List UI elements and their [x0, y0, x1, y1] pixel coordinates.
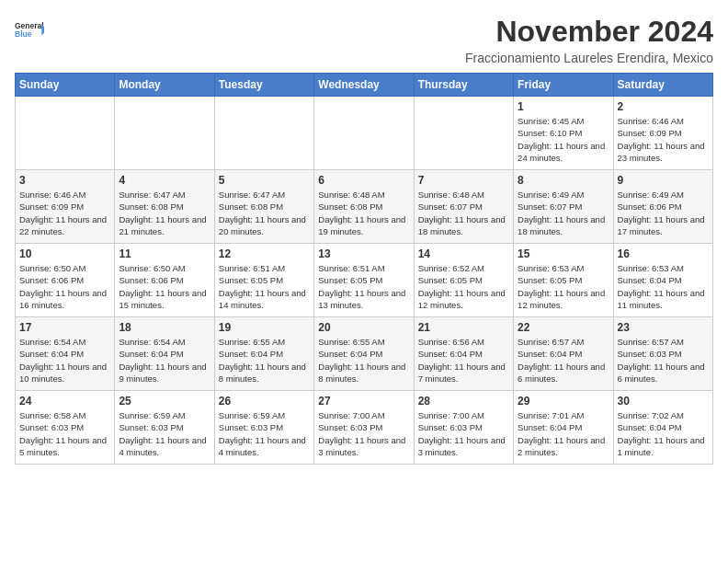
calendar-cell — [115, 97, 214, 170]
day-number: 27 — [318, 395, 409, 408]
weekday-header-thursday: Thursday — [414, 74, 513, 97]
weekday-header-friday: Friday — [514, 74, 613, 97]
calendar-cell — [314, 97, 414, 170]
day-number: 9 — [618, 174, 709, 187]
calendar-cell: 3Sunrise: 6:46 AM Sunset: 6:09 PM Daylig… — [16, 170, 115, 244]
day-info: Sunrise: 6:48 AM Sunset: 6:07 PM Dayligh… — [418, 189, 509, 237]
day-number: 23 — [618, 321, 709, 334]
calendar-cell: 6Sunrise: 6:48 AM Sunset: 6:08 PM Daylig… — [314, 170, 414, 244]
day-info: Sunrise: 6:46 AM Sunset: 6:09 PM Dayligh… — [19, 189, 110, 237]
day-info: Sunrise: 6:57 AM Sunset: 6:03 PM Dayligh… — [618, 336, 709, 385]
day-info: Sunrise: 6:47 AM Sunset: 6:08 PM Dayligh… — [119, 189, 210, 237]
calendar-cell: 20Sunrise: 6:55 AM Sunset: 6:04 PM Dayli… — [314, 317, 414, 391]
day-number: 19 — [219, 321, 310, 334]
day-info: Sunrise: 6:56 AM Sunset: 6:04 PM Dayligh… — [418, 336, 509, 385]
calendar-cell: 8Sunrise: 6:49 AM Sunset: 6:07 PM Daylig… — [514, 170, 613, 244]
calendar-cell: 13Sunrise: 6:51 AM Sunset: 6:05 PM Dayli… — [314, 244, 414, 317]
day-number: 8 — [518, 174, 609, 187]
calendar-cell: 18Sunrise: 6:54 AM Sunset: 6:04 PM Dayli… — [115, 317, 214, 391]
day-number: 16 — [618, 247, 709, 260]
location-subtitle: Fraccionamiento Laureles Erendira, Mexic… — [465, 51, 713, 65]
day-number: 2 — [618, 100, 709, 113]
month-title: November 2024 — [465, 15, 713, 49]
day-number: 14 — [418, 247, 509, 260]
weekday-header-saturday: Saturday — [613, 74, 712, 97]
calendar-cell: 15Sunrise: 6:53 AM Sunset: 6:05 PM Dayli… — [514, 244, 613, 317]
calendar-cell: 27Sunrise: 7:00 AM Sunset: 6:03 PM Dayli… — [314, 391, 414, 465]
day-number: 7 — [418, 174, 509, 187]
weekday-header-tuesday: Tuesday — [214, 74, 313, 97]
day-info: Sunrise: 6:53 AM Sunset: 6:05 PM Dayligh… — [518, 262, 609, 311]
calendar-cell: 25Sunrise: 6:59 AM Sunset: 6:03 PM Dayli… — [115, 391, 214, 465]
day-number: 24 — [19, 395, 110, 408]
day-number: 1 — [518, 100, 609, 113]
day-info: Sunrise: 6:52 AM Sunset: 6:05 PM Dayligh… — [418, 262, 509, 311]
day-info: Sunrise: 6:53 AM Sunset: 6:04 PM Dayligh… — [618, 262, 709, 311]
calendar-cell: 24Sunrise: 6:58 AM Sunset: 6:03 PM Dayli… — [16, 391, 115, 465]
calendar-cell: 23Sunrise: 6:57 AM Sunset: 6:03 PM Dayli… — [613, 317, 712, 391]
calendar-cell — [414, 97, 513, 170]
day-info: Sunrise: 7:00 AM Sunset: 6:03 PM Dayligh… — [418, 409, 509, 458]
calendar-cell: 1Sunrise: 6:45 AM Sunset: 6:10 PM Daylig… — [514, 97, 613, 170]
calendar-cell: 11Sunrise: 6:50 AM Sunset: 6:06 PM Dayli… — [115, 244, 214, 317]
logo-svg: General Blue — [15, 15, 44, 48]
day-number: 18 — [119, 321, 210, 334]
weekday-header-sunday: Sunday — [16, 74, 115, 97]
day-number: 13 — [318, 247, 409, 260]
day-number: 12 — [219, 247, 310, 260]
day-info: Sunrise: 6:49 AM Sunset: 6:06 PM Dayligh… — [618, 189, 709, 237]
calendar-cell: 2Sunrise: 6:46 AM Sunset: 6:09 PM Daylig… — [613, 97, 712, 170]
day-info: Sunrise: 6:50 AM Sunset: 6:06 PM Dayligh… — [119, 262, 210, 311]
day-number: 28 — [418, 395, 509, 408]
weekday-header-row: SundayMondayTuesdayWednesdayThursdayFrid… — [16, 74, 713, 97]
day-info: Sunrise: 6:54 AM Sunset: 6:04 PM Dayligh… — [119, 336, 210, 385]
week-row-3: 10Sunrise: 6:50 AM Sunset: 6:06 PM Dayli… — [16, 244, 713, 317]
day-info: Sunrise: 6:47 AM Sunset: 6:08 PM Dayligh… — [219, 189, 310, 237]
day-number: 26 — [219, 395, 310, 408]
title-area: November 2024 Fraccionamiento Laureles E… — [465, 15, 713, 65]
weekday-header-monday: Monday — [115, 74, 214, 97]
day-number: 4 — [119, 174, 210, 187]
day-number: 15 — [518, 247, 609, 260]
day-info: Sunrise: 7:00 AM Sunset: 6:03 PM Dayligh… — [318, 409, 409, 458]
week-row-2: 3Sunrise: 6:46 AM Sunset: 6:09 PM Daylig… — [16, 170, 713, 244]
calendar-cell: 4Sunrise: 6:47 AM Sunset: 6:08 PM Daylig… — [115, 170, 214, 244]
day-info: Sunrise: 6:45 AM Sunset: 6:10 PM Dayligh… — [518, 115, 609, 164]
day-info: Sunrise: 6:46 AM Sunset: 6:09 PM Dayligh… — [618, 115, 709, 164]
header: General Blue November 2024 Fraccionamien… — [15, 15, 713, 65]
day-number: 25 — [119, 395, 210, 408]
day-number: 10 — [19, 247, 110, 260]
calendar-cell: 19Sunrise: 6:55 AM Sunset: 6:04 PM Dayli… — [214, 317, 313, 391]
calendar-cell: 26Sunrise: 6:59 AM Sunset: 6:03 PM Dayli… — [214, 391, 313, 465]
calendar-cell: 22Sunrise: 6:57 AM Sunset: 6:04 PM Dayli… — [514, 317, 613, 391]
day-number: 22 — [518, 321, 609, 334]
day-info: Sunrise: 6:51 AM Sunset: 6:05 PM Dayligh… — [219, 262, 310, 311]
calendar-cell: 17Sunrise: 6:54 AM Sunset: 6:04 PM Dayli… — [16, 317, 115, 391]
day-number: 21 — [418, 321, 509, 334]
week-row-4: 17Sunrise: 6:54 AM Sunset: 6:04 PM Dayli… — [16, 317, 713, 391]
calendar-cell: 21Sunrise: 6:56 AM Sunset: 6:04 PM Dayli… — [414, 317, 513, 391]
day-info: Sunrise: 6:49 AM Sunset: 6:07 PM Dayligh… — [518, 189, 609, 237]
day-number: 20 — [318, 321, 409, 334]
day-number: 5 — [219, 174, 310, 187]
calendar-cell: 30Sunrise: 7:02 AM Sunset: 6:04 PM Dayli… — [613, 391, 712, 465]
day-info: Sunrise: 6:58 AM Sunset: 6:03 PM Dayligh… — [19, 409, 110, 458]
calendar-table: SundayMondayTuesdayWednesdayThursdayFrid… — [15, 73, 713, 465]
calendar-cell: 16Sunrise: 6:53 AM Sunset: 6:04 PM Dayli… — [613, 244, 712, 317]
calendar-cell: 29Sunrise: 7:01 AM Sunset: 6:04 PM Dayli… — [514, 391, 613, 465]
calendar-cell — [214, 97, 313, 170]
calendar-cell — [16, 97, 115, 170]
day-number: 6 — [318, 174, 409, 187]
day-info: Sunrise: 6:59 AM Sunset: 6:03 PM Dayligh… — [219, 409, 310, 458]
calendar-cell: 7Sunrise: 6:48 AM Sunset: 6:07 PM Daylig… — [414, 170, 513, 244]
day-info: Sunrise: 6:55 AM Sunset: 6:04 PM Dayligh… — [318, 336, 409, 385]
day-info: Sunrise: 6:48 AM Sunset: 6:08 PM Dayligh… — [318, 189, 409, 237]
day-info: Sunrise: 6:50 AM Sunset: 6:06 PM Dayligh… — [19, 262, 110, 311]
calendar-cell: 12Sunrise: 6:51 AM Sunset: 6:05 PM Dayli… — [214, 244, 313, 317]
day-info: Sunrise: 7:02 AM Sunset: 6:04 PM Dayligh… — [618, 409, 709, 458]
calendar-cell: 9Sunrise: 6:49 AM Sunset: 6:06 PM Daylig… — [613, 170, 712, 244]
day-info: Sunrise: 6:51 AM Sunset: 6:05 PM Dayligh… — [318, 262, 409, 311]
day-info: Sunrise: 6:59 AM Sunset: 6:03 PM Dayligh… — [119, 409, 210, 458]
day-info: Sunrise: 7:01 AM Sunset: 6:04 PM Dayligh… — [518, 409, 609, 458]
calendar-cell: 28Sunrise: 7:00 AM Sunset: 6:03 PM Dayli… — [414, 391, 513, 465]
